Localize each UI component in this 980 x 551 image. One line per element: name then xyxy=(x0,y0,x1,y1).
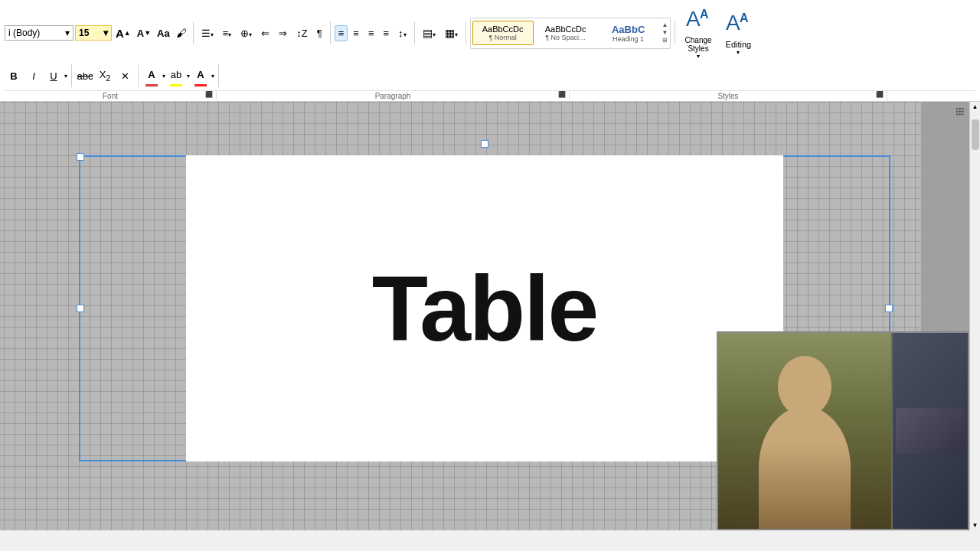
scroll-down-button[interactable]: ▼ xyxy=(971,520,980,530)
style-normal-item[interactable]: AaBbCcDc ¶ Normal xyxy=(472,21,534,45)
separator-8 xyxy=(218,64,219,87)
video-main xyxy=(718,333,891,529)
selection-top-area xyxy=(125,117,844,155)
font-name-selector[interactable]: i (Body) ▾ xyxy=(5,25,74,41)
video-thumbnail xyxy=(891,333,968,529)
char-color-bar xyxy=(194,84,207,86)
gallery-scroll-down[interactable]: ▼ xyxy=(662,30,668,36)
char-color-button[interactable]: A xyxy=(191,65,210,83)
editing-button[interactable]: AA Editing ▾ xyxy=(720,7,758,59)
separator-3 xyxy=(414,21,415,44)
bullets-button[interactable]: ☰▾ xyxy=(198,25,217,41)
gallery-scroll: ▲ ▼ ⊞ xyxy=(662,22,668,44)
editing-label: Editing xyxy=(726,40,752,49)
change-styles-icon: AA xyxy=(686,6,710,36)
main-area: ⊞ Table xyxy=(0,102,980,530)
highlight-arrow[interactable]: ▾ xyxy=(187,73,190,80)
shading-button[interactable]: ▤▾ xyxy=(419,24,439,41)
video-person-head xyxy=(778,356,831,417)
change-styles-button[interactable]: AA ChangeStyles ▾ xyxy=(679,3,718,63)
panel-icon[interactable]: ⊞ xyxy=(956,105,965,117)
subscript-button[interactable]: X2 xyxy=(96,67,114,85)
font-color-wrap: A xyxy=(142,65,161,86)
change-styles-arrow: ▾ xyxy=(697,53,700,60)
format-painter-button[interactable]: 🖌 xyxy=(174,25,189,41)
svg-text:A: A xyxy=(740,11,749,24)
font-color-arrow[interactable]: ▾ xyxy=(162,73,165,80)
font-section-label: Font xyxy=(103,92,118,100)
editing-icon: AA xyxy=(726,10,750,40)
font-name-arrow: ▾ xyxy=(65,28,70,38)
highlight-bar xyxy=(170,84,182,86)
justify-button[interactable]: ≡ xyxy=(380,25,394,41)
style-normal-label: ¶ Normal xyxy=(479,34,527,41)
font-section-expand[interactable]: ⬛ xyxy=(205,91,213,98)
bold-button[interactable]: B xyxy=(5,67,23,85)
line-spacing-button[interactable]: ↕▾ xyxy=(394,25,410,41)
grow-font-button[interactable]: A▲ xyxy=(113,25,133,41)
style-nospace-preview: AaBbCcDc xyxy=(542,24,590,34)
svg-text:A: A xyxy=(700,8,709,21)
separator-7 xyxy=(138,64,139,87)
styles-section-label: Styles xyxy=(717,92,738,100)
styles-section-expand[interactable]: ⬛ xyxy=(876,91,884,98)
styles-gallery: AaBbCcDc ¶ Normal AaBbCcDc ¶ No Spaci… A… xyxy=(470,18,671,49)
underline-button[interactable]: U xyxy=(44,67,63,85)
shrink-font-button[interactable]: A▼ xyxy=(135,26,153,41)
style-heading1-item[interactable]: AaBbC Heading 1 xyxy=(598,20,659,47)
font-chooser-button[interactable]: Aa xyxy=(155,26,172,41)
separator-2 xyxy=(330,21,331,44)
document-canvas: ⊞ Table xyxy=(0,102,969,530)
borders-button[interactable]: ▦▾ xyxy=(441,24,462,41)
style-nospace-item[interactable]: AaBbCcDc ¶ No Spaci… xyxy=(535,21,596,45)
style-normal-preview: AaBbCcDc xyxy=(479,24,527,34)
underline-arrow[interactable]: ▾ xyxy=(64,73,67,80)
svg-text:A: A xyxy=(686,7,701,31)
scroll-up-button[interactable]: ▲ xyxy=(971,102,980,112)
align-right-button[interactable]: ≡ xyxy=(364,25,378,41)
style-heading1-label: Heading 1 xyxy=(605,35,652,43)
font-color-button[interactable]: A xyxy=(142,65,161,83)
highlight-wrap: ab xyxy=(167,65,185,86)
spacer-section xyxy=(887,91,975,101)
font-color-bar xyxy=(145,84,158,86)
document-paper[interactable]: Table xyxy=(186,155,783,461)
italic-button[interactable]: I xyxy=(24,67,43,85)
font-size-selector[interactable]: 15 ▾ xyxy=(75,25,112,41)
vertical-scrollbar: ▲ ▼ xyxy=(969,102,980,530)
document-text: Table xyxy=(372,256,598,361)
scroll-thumb[interactable] xyxy=(972,119,979,150)
separator-6 xyxy=(71,64,72,87)
separator-1 xyxy=(193,21,194,44)
editing-arrow: ▾ xyxy=(737,49,740,56)
decrease-indent-button[interactable]: ⇐ xyxy=(257,25,273,41)
separator-5 xyxy=(675,21,675,44)
sort-button[interactable]: ↕Z xyxy=(292,25,311,41)
show-paragraph-button[interactable]: ¶ xyxy=(313,25,326,41)
top-center-handle[interactable] xyxy=(481,140,488,148)
style-heading1-preview: AaBbC xyxy=(605,24,652,35)
svg-text:A: A xyxy=(726,11,740,34)
styles-section: Styles ⬛ xyxy=(570,91,887,101)
strikethrough-button[interactable]: abc xyxy=(76,67,94,85)
align-left-button[interactable]: ≡ xyxy=(335,25,348,41)
char-color-wrap: A xyxy=(191,65,210,86)
font-size-value: 15 xyxy=(79,28,89,38)
char-color-arrow[interactable]: ▾ xyxy=(211,73,214,80)
paragraph-section-expand[interactable]: ⬛ xyxy=(558,91,566,98)
video-overlay xyxy=(717,331,969,530)
highlight-button[interactable]: ab xyxy=(167,65,185,83)
gallery-scroll-up[interactable]: ▲ xyxy=(662,22,668,28)
gallery-more[interactable]: ⊞ xyxy=(662,37,668,44)
separator-4 xyxy=(466,21,466,44)
clear-format-button[interactable]: ✕ xyxy=(116,67,134,85)
numbering-button[interactable]: ≡▾ xyxy=(219,25,236,41)
font-size-arrow: ▾ xyxy=(103,28,108,38)
ribbon: i (Body) ▾ 15 ▾ A▲ A▼ Aa 🖌 ☰▾ ≡▾ xyxy=(0,0,980,102)
video-person xyxy=(718,333,891,529)
align-center-button[interactable]: ≡ xyxy=(349,25,363,41)
increase-indent-button[interactable]: ⇒ xyxy=(275,25,291,41)
paragraph-section: Paragraph ⬛ xyxy=(217,91,570,101)
font-section: Font ⬛ xyxy=(5,91,217,101)
multilevel-button[interactable]: ⊕▾ xyxy=(237,25,256,41)
